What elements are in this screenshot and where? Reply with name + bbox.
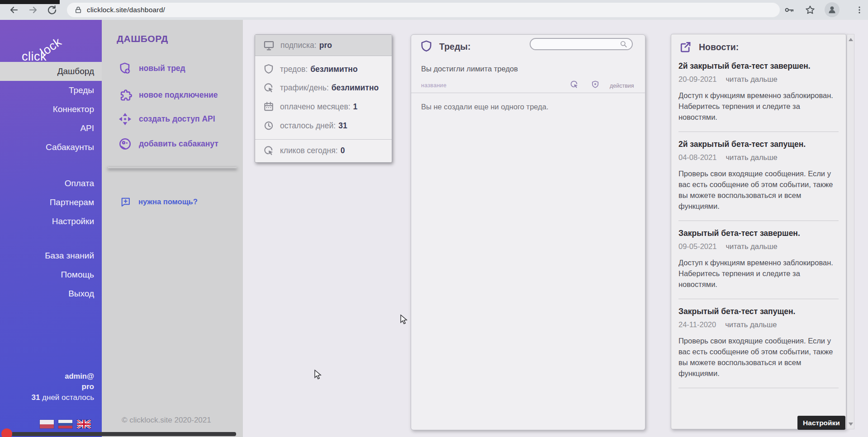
row-value: безлимитно [310, 65, 357, 74]
player-settings-tooltip: Настройки [797, 416, 845, 430]
new-thread-label: новый тред [139, 64, 185, 73]
user-plan: pro [31, 381, 94, 392]
new-thread-button[interactable]: новый тред [118, 61, 185, 76]
scroll-down-button[interactable] [847, 420, 854, 428]
row-value: безлимитно [332, 83, 379, 93]
new-connection-button[interactable]: новое подключение [118, 87, 218, 103]
shield-plus-icon [118, 61, 132, 75]
chevron-up-icon [849, 38, 853, 41]
read-more-link[interactable]: читать дальше [725, 320, 777, 329]
user-info: admin@ pro 31 дней осталось [31, 371, 94, 403]
scroll-up-button[interactable] [847, 36, 854, 43]
row-value: 31 [338, 121, 347, 131]
threads-panel: Треды: Вы достигли лимита тредов названи… [411, 34, 645, 430]
sidebar-item-dashboard[interactable]: Дашборд [0, 62, 102, 81]
news-item: Закрытый бета-тест запущен. 24-11-2020чи… [678, 299, 839, 388]
news-item-date: 24-11-2020 [678, 320, 716, 329]
row-label: оплачено месяцев: [280, 102, 351, 112]
window-frame-corner [0, 0, 60, 4]
search-icon [619, 40, 628, 48]
create-api-access-button[interactable]: создать доступ API [118, 111, 215, 127]
video-progress-bar[interactable] [11, 432, 236, 436]
click-icon [263, 145, 275, 156]
api-arrows-icon [118, 112, 132, 126]
reload-icon[interactable] [47, 5, 57, 15]
dashboard-actions-column: ДАШБОРД новый тред новое подключение соз… [102, 20, 243, 437]
external-link-icon [678, 40, 692, 54]
threads-search-input[interactable] [530, 38, 633, 50]
sidebar-item-logout[interactable]: Выход [0, 284, 102, 303]
row-value: 1 [353, 102, 358, 112]
add-subaccount-button[interactable]: добавить сабаканут [118, 136, 218, 151]
sidebar-item-knowledge-base[interactable]: База знаний [0, 246, 102, 265]
subscription-header: подписка: pro [255, 35, 392, 56]
threads-limit-notice: Вы достигли лимита тредов [421, 65, 518, 73]
sidebar-nav-main: Дашборд Треды Коннектор API Сабакаунты [0, 62, 102, 157]
days-left-label: дней осталось [42, 393, 94, 402]
news-header: Новости: [671, 34, 846, 54]
news-item-title: 2й закрытый бета-тест запущен. [678, 140, 839, 149]
need-help-link[interactable]: нужна помощь? [120, 196, 198, 207]
sidebar-item-help[interactable]: Помощь [0, 265, 102, 284]
row-value: 0 [341, 146, 345, 155]
user-email: admin@ [31, 371, 94, 381]
sidebar-item-payment[interactable]: Оплата [0, 174, 102, 193]
user-days-left: 31 дней осталось [31, 392, 94, 403]
shield-icon [419, 39, 433, 53]
calendar-icon [263, 101, 275, 113]
chevron-down-icon [849, 423, 853, 426]
sidebar-nav-account: Оплата Партнерам Настройки [0, 174, 102, 231]
news-item-body: Доступ к функциям временно заблокирован.… [678, 257, 839, 290]
poland-flag-icon[interactable] [39, 419, 54, 429]
key-icon[interactable] [784, 5, 795, 15]
news-item-title: 2й закрытый бета-тест завершен. [678, 61, 839, 71]
news-title: Новости: [699, 42, 739, 52]
sidebar-item-partners[interactable]: Партнерам [0, 193, 102, 212]
news-item-date: 09-05-2021 [678, 242, 716, 250]
bookmark-star-icon[interactable] [805, 5, 816, 15]
uk-flag-icon[interactable] [76, 419, 91, 429]
create-api-access-label: создать доступ API [139, 114, 215, 124]
table-header-divider [411, 93, 645, 93]
sidebar: clicklock Дашборд Треды Коннектор API Са… [0, 20, 102, 437]
read-more-link[interactable]: читать дальше [726, 242, 777, 250]
sidebar-item-connector[interactable]: Коннектор [0, 100, 102, 119]
browser-menu-icon[interactable] [854, 5, 864, 15]
page-title: ДАШБОРД [117, 33, 168, 44]
mouse-cursor [314, 370, 322, 381]
column-name-label: название [421, 82, 446, 89]
forward-icon[interactable] [28, 5, 38, 15]
row-label: трафик/день: [280, 83, 329, 93]
video-playhead[interactable] [1, 428, 12, 437]
card-divider [255, 139, 392, 140]
read-more-link[interactable]: читать дальше [726, 153, 777, 161]
browser-toolbar: clicklock.site/dashboard/ [0, 0, 868, 20]
sidebar-item-settings[interactable]: Настройки [0, 212, 102, 231]
threads-limit-row: тредов: безлимитно [263, 62, 358, 76]
url-bar[interactable]: clicklock.site/dashboard/ [67, 3, 780, 17]
browser-window: clicklock.site/dashboard/ clicklock Дашб… [0, 0, 868, 437]
sidebar-nav-help: База знаний Помощь Выход [0, 246, 102, 303]
profile-avatar[interactable] [825, 2, 840, 17]
shield-star-column-icon [591, 80, 600, 89]
threads-title: Треды: [439, 42, 470, 52]
sidebar-item-subaccounts[interactable]: Сабакаунты [0, 138, 102, 157]
days-left-row: осталось дней: 31 [263, 118, 347, 133]
lock-icon [74, 6, 82, 14]
clicks-column-icon [569, 80, 579, 89]
threads-empty-message: Вы не создали еще ни одного треда. [421, 103, 549, 111]
news-item-body: Проверь свои входящие сообщения. Если у … [678, 335, 839, 379]
russia-flag-icon[interactable] [58, 419, 73, 429]
click-icon [263, 82, 275, 94]
read-more-link[interactable]: читать дальше [726, 75, 777, 83]
need-help-label: нужна помощь? [138, 197, 198, 206]
news-item-body: Проверь свои входящие сообщения. Если у … [678, 168, 839, 211]
new-connection-label: новое подключение [139, 90, 218, 100]
sidebar-item-threads[interactable]: Треды [0, 81, 102, 100]
subscription-label: подписка: [280, 41, 317, 50]
back-icon[interactable] [9, 5, 19, 15]
sidebar-item-api[interactable]: API [0, 119, 102, 138]
page-scrollbar[interactable] [847, 34, 854, 429]
copyright: © clicklock.site 2020-2021 [122, 416, 211, 425]
subscription-card: подписка: pro тредов: безлимитно трафик/… [255, 34, 392, 163]
